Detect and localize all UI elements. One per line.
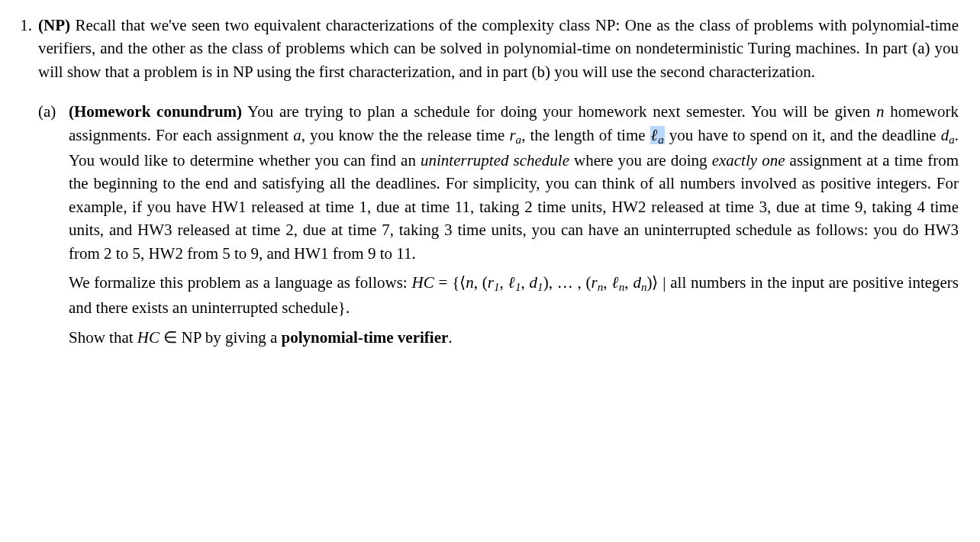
d1-d: d (530, 273, 538, 292)
eq-c3: , (521, 273, 530, 292)
var-ra: ra (509, 126, 521, 144)
eq-r1: r1 (488, 273, 500, 292)
p3-pre: Show that (69, 328, 137, 347)
eq-c5: , (603, 273, 611, 292)
hc-1: HC (412, 273, 434, 292)
p1-mid2: , you know the the release time (301, 126, 510, 144)
eq-c2: , (500, 273, 508, 292)
hc-2: HC (137, 328, 160, 347)
sub-a-paragraph-2: We formalize this problem as a language … (69, 271, 959, 320)
eq-ln: ℓn (611, 273, 624, 292)
var-la: ℓa (651, 126, 664, 144)
p1-mid3: , the length of time (521, 126, 650, 144)
eq-dots: ), … , ( (543, 273, 592, 292)
l1-ell: ℓ (508, 273, 515, 292)
sub-body-a: (Homework conundrum) You are trying to p… (69, 100, 959, 349)
dn-d: d (633, 273, 641, 292)
p2-pre: We formalize this problem as a language … (69, 273, 412, 292)
highlighted-la: ℓa (650, 126, 665, 144)
var-da: da (941, 126, 955, 144)
sub-a-title: (Homework conundrum) (69, 102, 242, 121)
da-sub: a (949, 134, 955, 146)
ital-uninterrupted: uninterrupted schedule (421, 151, 569, 169)
intro-text: Recall that we've seen two equivalent ch… (38, 16, 959, 81)
p1-pre: You are trying to plan a schedule for do… (242, 102, 876, 121)
np-label: (NP) (38, 16, 70, 34)
var-n: n (876, 102, 885, 121)
ptv-bold: polynomial-time verifier (282, 328, 449, 347)
subitem-a: (a) (Homework conundrum) You are trying … (38, 100, 959, 349)
var-a: a (293, 126, 301, 144)
item-body: (NP) Recall that we've seen two equivale… (38, 14, 959, 349)
p3-in: ∈ NP by giving a (160, 328, 282, 347)
intro-paragraph: (NP) Recall that we've seen two equivale… (38, 14, 959, 83)
l1-sub: 1 (515, 281, 521, 293)
sub-a-paragraph-1: (Homework conundrum) You are trying to p… (69, 100, 959, 265)
eq-c1: , ( (474, 273, 488, 292)
eq-n: n (466, 273, 474, 292)
rn-r: r (592, 273, 598, 292)
eq-d1: d1 (530, 273, 543, 292)
la-sub: a (658, 134, 664, 146)
item-number: 1. (8, 14, 38, 349)
eq-l1: ℓ1 (508, 273, 521, 292)
eq-dn: dn (633, 273, 646, 292)
p1-mid6: where you are doing (569, 151, 712, 169)
sub-a-paragraph-3: Show that HC ∈ NP by giving a polynomial… (69, 326, 959, 349)
eq-open: = {⟨ (434, 273, 466, 292)
p1-mid4: you have to spend on it, and the deadlin… (665, 126, 941, 144)
la-ell: ℓ (651, 126, 659, 144)
p3-post: . (448, 328, 452, 347)
d1-sub: 1 (537, 281, 543, 293)
ital-exactly-one: exactly one (712, 151, 785, 169)
sub-label-a: (a) (38, 100, 69, 349)
r1-sub: 1 (494, 281, 500, 293)
eq-c6: , (624, 273, 633, 292)
ra-r: r (509, 126, 515, 144)
da-d: d (941, 126, 949, 144)
r1-r: r (488, 273, 494, 292)
eq-rn: rn (592, 273, 604, 292)
ln-ell: ℓ (611, 273, 618, 292)
